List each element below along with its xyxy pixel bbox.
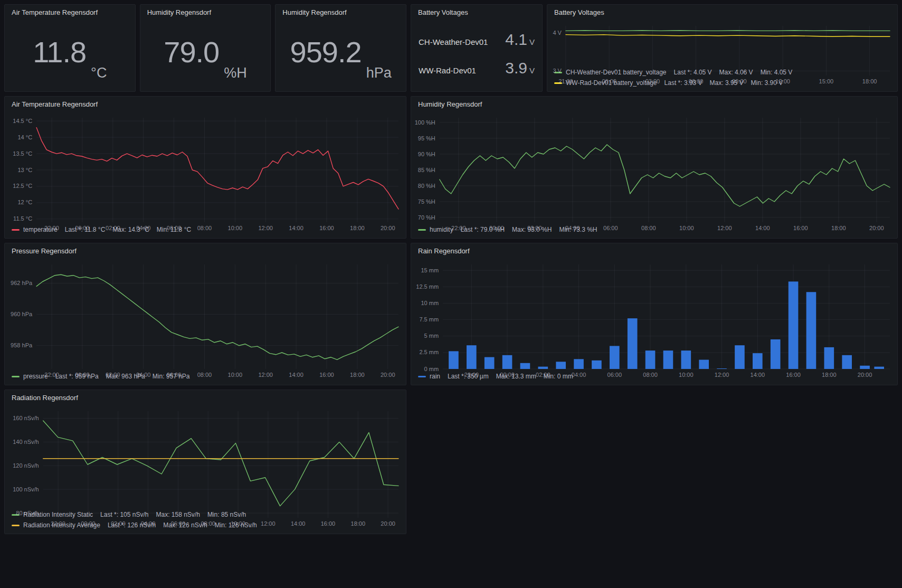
svg-text:10:00: 10:00 bbox=[228, 225, 243, 231]
stat-value: 11.8 bbox=[33, 37, 86, 67]
panel-title-radiation-graph[interactable]: Radiation Regensdorf bbox=[5, 390, 406, 406]
svg-text:02:00: 02:00 bbox=[106, 225, 120, 231]
panel-title-battery-graph[interactable]: Battery Voltages bbox=[547, 5, 897, 21]
panel-title-air-temperature[interactable]: Air Temperature Regensdorf bbox=[5, 5, 135, 21]
svg-text:10 mm: 10 mm bbox=[421, 300, 439, 306]
battery-voltages-chart[interactable]: 3 V4 V21:0000:0003:0006:0009:0012:0015:0… bbox=[547, 21, 897, 69]
panel-title-humidity[interactable]: Humidity Regensdorf bbox=[140, 5, 271, 21]
rain-chart[interactable]: 0 mm2.5 mm5 mm7.5 mm10 mm12.5 mm15 mm22:… bbox=[411, 259, 897, 373]
svg-text:02:00: 02:00 bbox=[106, 372, 120, 378]
svg-text:06:00: 06:00 bbox=[607, 372, 622, 378]
panel-graph-pressure: Pressure Regensdorf 958 hPa960 hPa962 hP… bbox=[4, 243, 406, 385]
svg-text:14:00: 14:00 bbox=[291, 520, 306, 527]
svg-text:120 nSv/h: 120 nSv/h bbox=[13, 462, 39, 469]
svg-text:14.5 °C: 14.5 °C bbox=[13, 118, 32, 124]
svg-text:160 nSv/h: 160 nSv/h bbox=[13, 415, 39, 421]
svg-text:12 °C: 12 °C bbox=[17, 199, 32, 205]
battery-value-group: 3.9V bbox=[505, 59, 535, 77]
svg-text:02:00: 02:00 bbox=[536, 372, 550, 378]
svg-text:00:00: 00:00 bbox=[602, 78, 616, 84]
air-temperature-chart[interactable]: 11.5 °C12 °C12.5 °C13 °C13.5 °C14 °C14.5… bbox=[5, 112, 406, 226]
svg-text:03:00: 03:00 bbox=[645, 78, 660, 84]
battery-value: 4.1 bbox=[505, 31, 527, 48]
svg-text:06:00: 06:00 bbox=[603, 225, 618, 231]
panel-title-air-temperature-graph[interactable]: Air Temperature Regensdorf bbox=[5, 97, 406, 112]
svg-text:14:00: 14:00 bbox=[289, 372, 303, 378]
dashboard-row-top: Air Temperature Regensdorf 11.8 °C Humid… bbox=[4, 4, 898, 92]
svg-text:80 %H: 80 %H bbox=[418, 183, 435, 189]
svg-text:20:00: 20:00 bbox=[869, 225, 884, 231]
svg-text:0 mm: 0 mm bbox=[424, 366, 439, 372]
battery-stat-body: CH-Weather-Dev01 4.1V WW-Rad-Dev01 3.9V bbox=[411, 21, 542, 91]
humidity-chart[interactable]: 70 %H75 %H80 %H85 %H90 %H95 %H100 %H22:0… bbox=[411, 112, 897, 226]
dashboard-row-temperature-humidity: Air Temperature Regensdorf 11.5 °C12 °C1… bbox=[4, 96, 898, 239]
radiation-chart[interactable]: 80 nSv/h100 nSv/h120 nSv/h140 nSv/h160 n… bbox=[5, 406, 406, 511]
svg-text:16:00: 16:00 bbox=[319, 225, 334, 231]
pressure-chart[interactable]: 958 hPa960 hPa962 hPa22:0000:0002:0004:0… bbox=[5, 259, 406, 373]
svg-text:08:00: 08:00 bbox=[643, 372, 658, 378]
panel-stat-air-temperature: Air Temperature Regensdorf 11.8 °C bbox=[4, 4, 136, 92]
battery-device-label: CH-Weather-Dev01 bbox=[419, 37, 488, 46]
svg-text:13.5 °C: 13.5 °C bbox=[13, 150, 32, 157]
svg-text:12:00: 12:00 bbox=[715, 372, 729, 378]
svg-text:12:00: 12:00 bbox=[775, 78, 790, 84]
svg-text:7.5 mm: 7.5 mm bbox=[419, 316, 439, 323]
svg-text:100 nSv/h: 100 nSv/h bbox=[13, 486, 39, 492]
svg-text:04:00: 04:00 bbox=[136, 225, 151, 231]
svg-text:15 mm: 15 mm bbox=[421, 267, 439, 273]
svg-text:08:00: 08:00 bbox=[197, 372, 212, 378]
svg-text:12:00: 12:00 bbox=[258, 225, 273, 231]
svg-text:22:00: 22:00 bbox=[51, 520, 65, 527]
svg-text:10:00: 10:00 bbox=[679, 225, 694, 231]
svg-text:100 %H: 100 %H bbox=[415, 119, 435, 126]
svg-text:12.5 mm: 12.5 mm bbox=[416, 283, 439, 290]
svg-text:14 °C: 14 °C bbox=[17, 134, 32, 140]
svg-text:12:00: 12:00 bbox=[717, 225, 732, 231]
panel-title-pressure[interactable]: Humidity Regensdorf bbox=[276, 5, 406, 21]
svg-text:08:00: 08:00 bbox=[641, 225, 656, 231]
svg-text:14:00: 14:00 bbox=[755, 225, 770, 231]
stat-unit: hPa bbox=[366, 65, 392, 84]
dashboard-row-pressure-rain: Pressure Regensdorf 958 hPa960 hPa962 hP… bbox=[4, 243, 898, 385]
svg-text:85 %H: 85 %H bbox=[418, 167, 435, 173]
panel-stat-pressure: Humidity Regensdorf 959.2 hPa bbox=[275, 4, 406, 92]
svg-text:06:00: 06:00 bbox=[167, 225, 182, 231]
panel-graph-battery-voltages: Battery Voltages 3 V4 V21:0000:0003:0006… bbox=[547, 4, 898, 92]
svg-text:02:00: 02:00 bbox=[111, 520, 126, 527]
svg-text:960 hPa: 960 hPa bbox=[11, 311, 33, 317]
svg-text:22:00: 22:00 bbox=[44, 372, 59, 378]
svg-text:04:00: 04:00 bbox=[565, 225, 580, 231]
panel-title-rain-graph[interactable]: Rain Regensdorf bbox=[411, 243, 897, 259]
svg-text:22:00: 22:00 bbox=[451, 225, 466, 231]
svg-text:4 V: 4 V bbox=[553, 30, 562, 36]
svg-text:2.5 mm: 2.5 mm bbox=[419, 349, 439, 355]
svg-text:08:00: 08:00 bbox=[197, 225, 212, 231]
battery-value: 3.9 bbox=[505, 59, 527, 77]
svg-text:10:00: 10:00 bbox=[228, 372, 243, 378]
svg-text:22:00: 22:00 bbox=[44, 225, 59, 231]
svg-text:14:00: 14:00 bbox=[751, 372, 765, 378]
svg-text:14:00: 14:00 bbox=[289, 225, 303, 231]
stat-unit: %H bbox=[224, 65, 247, 84]
svg-text:5 mm: 5 mm bbox=[424, 333, 439, 339]
panel-stat-humidity: Humidity Regensdorf 79.0 %H bbox=[140, 4, 271, 92]
svg-text:18:00: 18:00 bbox=[350, 225, 365, 231]
svg-text:06:00: 06:00 bbox=[167, 372, 182, 378]
panel-title-pressure-graph[interactable]: Pressure Regensdorf bbox=[5, 243, 406, 259]
svg-text:20:00: 20:00 bbox=[381, 372, 395, 378]
svg-text:958 hPa: 958 hPa bbox=[11, 342, 33, 348]
svg-text:08:00: 08:00 bbox=[201, 520, 215, 527]
panel-graph-air-temperature: Air Temperature Regensdorf 11.5 °C12 °C1… bbox=[4, 96, 406, 239]
svg-text:80 nSv/h: 80 nSv/h bbox=[16, 510, 39, 516]
svg-text:70 %H: 70 %H bbox=[418, 214, 435, 221]
svg-text:18:00: 18:00 bbox=[350, 372, 365, 378]
top-right-group: Battery Voltages CH-Weather-Dev01 4.1V W… bbox=[411, 4, 898, 92]
panel-title-battery-stat[interactable]: Battery Voltages bbox=[411, 5, 542, 21]
panel-title-humidity-graph[interactable]: Humidity Regensdorf bbox=[411, 97, 897, 112]
svg-text:3 V: 3 V bbox=[553, 68, 562, 74]
svg-text:16:00: 16:00 bbox=[321, 520, 336, 527]
stat-value: 79.0 bbox=[164, 37, 219, 67]
svg-text:12.5 °C: 12.5 °C bbox=[13, 183, 32, 189]
svg-text:18:00: 18:00 bbox=[822, 372, 837, 378]
battery-device-label: WW-Rad-Dev01 bbox=[419, 66, 476, 75]
